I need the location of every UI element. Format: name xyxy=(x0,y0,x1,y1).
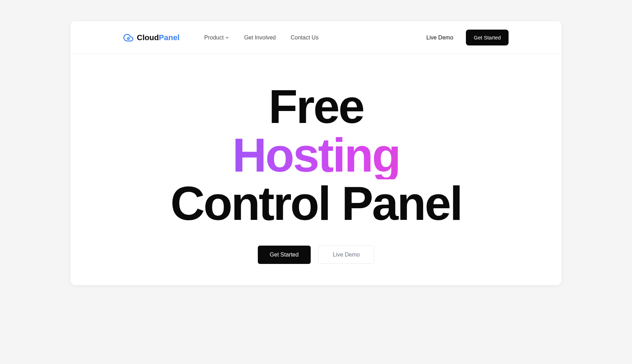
header: CloudPanel Product Get Involved Contact … xyxy=(71,21,561,54)
nav-get-involved[interactable]: Get Involved xyxy=(244,35,276,41)
live-demo-link[interactable]: Live Demo xyxy=(426,35,453,41)
main-nav: Product Get Involved Contact Us xyxy=(204,35,318,41)
chevron-down-icon xyxy=(225,36,229,40)
svg-point-0 xyxy=(127,37,129,39)
get-started-button[interactable]: Get Started xyxy=(466,30,509,45)
hero-section: Free Hosting Control Panel Get Started L… xyxy=(71,54,561,285)
logo-text: CloudPanel xyxy=(137,33,180,42)
hero-line-3: Control Panel xyxy=(85,179,547,228)
hero-get-started-button[interactable]: Get Started xyxy=(258,246,311,264)
hero-line-2: Hosting xyxy=(85,131,547,180)
nav-contact-us[interactable]: Contact Us xyxy=(291,35,318,41)
header-actions: Live Demo Get Started xyxy=(426,30,509,45)
hero-title: Free Hosting Control Panel xyxy=(85,82,547,228)
cloud-icon xyxy=(123,33,133,43)
nav-product[interactable]: Product xyxy=(204,35,229,41)
hero-live-demo-button[interactable]: Live Demo xyxy=(318,246,374,264)
hero-actions: Get Started Live Demo xyxy=(85,246,547,264)
main-card: CloudPanel Product Get Involved Contact … xyxy=(71,21,561,285)
nav-product-label: Product xyxy=(204,35,224,41)
hero-line-1: Free xyxy=(85,82,547,131)
logo[interactable]: CloudPanel xyxy=(123,33,180,43)
